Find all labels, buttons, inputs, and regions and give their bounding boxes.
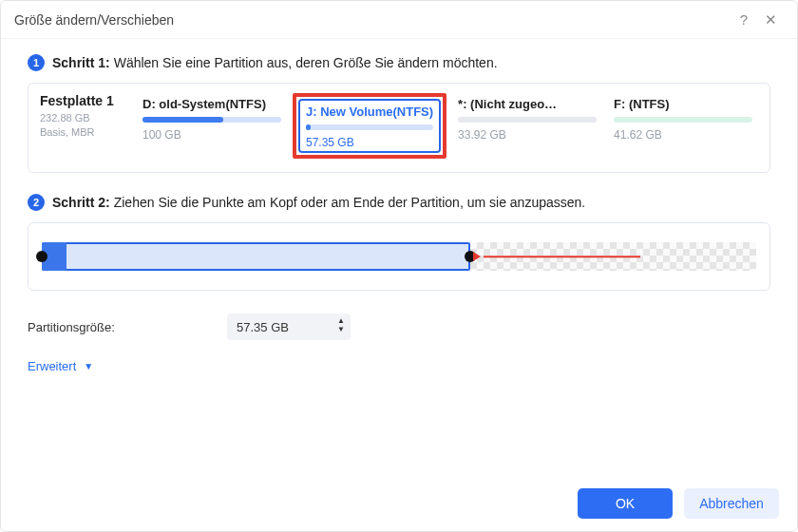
- disk-name: Festplatte 1: [40, 93, 127, 108]
- step-2-bold: Schritt 2:: [52, 195, 110, 210]
- size-label: Partitionsgröße:: [28, 320, 227, 334]
- title-bar: Größe ändern/Verschieben ? ✕: [1, 1, 797, 39]
- step-2-badge: 2: [28, 194, 45, 211]
- disk-scheme: Basis, MBR: [40, 125, 127, 140]
- partition-3[interactable]: F: (NTFS)41.62 GB: [608, 93, 758, 159]
- spinner-down-icon[interactable]: ▼: [337, 325, 345, 333]
- partition-1[interactable]: J: New Volume(NTFS)57.35 GB: [298, 99, 441, 153]
- partition-bar: [458, 117, 597, 123]
- window-title: Größe ändern/Verschieben: [14, 12, 731, 28]
- resize-slider-card: [28, 222, 770, 291]
- ok-button[interactable]: OK: [578, 488, 673, 519]
- disk-meta: 232.88 GB Basis, MBR: [40, 111, 127, 141]
- partition-0[interactable]: D: old-System(NTFS)100 GB: [137, 93, 287, 159]
- partition-size: 100 GB: [142, 128, 281, 142]
- spinner-up-icon[interactable]: ▲: [337, 316, 345, 325]
- partition-name: D: old-System(NTFS): [142, 97, 281, 111]
- size-spinner[interactable]: ▲ ▼: [227, 314, 351, 340]
- slider-handle-left[interactable]: [36, 251, 48, 262]
- advanced-label: Erweitert: [28, 359, 76, 373]
- partition-bar: [142, 117, 281, 123]
- step-1-bold: Schritt 1:: [52, 55, 110, 70]
- partition-bar: [306, 124, 433, 130]
- cancel-button[interactable]: Abbrechen: [684, 488, 779, 519]
- step-1-label: 1 Schritt 1: Wählen Sie eine Partition a…: [28, 54, 770, 71]
- partition-name: *: (Nicht zugeo…: [458, 97, 597, 111]
- spinner-arrows[interactable]: ▲ ▼: [337, 316, 345, 333]
- step-1-badge: 1: [28, 54, 45, 71]
- partition-list: D: old-System(NTFS)100 GBJ: New Volume(N…: [137, 93, 758, 159]
- help-icon[interactable]: ?: [731, 11, 757, 28]
- partition-bar: [614, 117, 752, 123]
- size-input[interactable]: [227, 314, 351, 340]
- dialog-footer: OK Abbrechen: [578, 488, 779, 519]
- advanced-toggle[interactable]: Erweitert ▼: [28, 359, 93, 373]
- partition-2[interactable]: *: (Nicht zugeo…33.92 GB: [452, 93, 602, 159]
- resize-slider-track[interactable]: [42, 242, 756, 271]
- partition-size: 33.92 GB: [458, 128, 597, 142]
- step-2-text: Ziehen Sie die Punkte am Kopf oder am En…: [114, 195, 586, 210]
- slider-allocated[interactable]: [42, 242, 470, 271]
- partition-name: J: New Volume(NTFS): [306, 104, 433, 119]
- disk-header: Festplatte 1 232.88 GB Basis, MBR: [40, 93, 127, 159]
- disk-capacity: 232.88 GB: [40, 111, 127, 125]
- annotation-arrow: [484, 256, 640, 257]
- partition-name: F: (NTFS): [614, 97, 752, 111]
- step-1-text: Wählen Sie eine Partition aus, deren Grö…: [114, 55, 498, 70]
- slider-handle-right[interactable]: [465, 251, 476, 262]
- disk-card: Festplatte 1 232.88 GB Basis, MBR D: old…: [28, 83, 770, 173]
- size-row: Partitionsgröße: ▲ ▼: [28, 314, 770, 340]
- close-icon[interactable]: ✕: [757, 11, 784, 28]
- chevron-down-icon: ▼: [84, 361, 93, 371]
- partition-size: 41.62 GB: [614, 128, 752, 142]
- partition-size: 57.35 GB: [306, 136, 433, 149]
- step-2-label: 2 Schritt 2: Ziehen Sie die Punkte am Ko…: [28, 194, 770, 211]
- annotation-highlight: J: New Volume(NTFS)57.35 GB: [293, 93, 446, 159]
